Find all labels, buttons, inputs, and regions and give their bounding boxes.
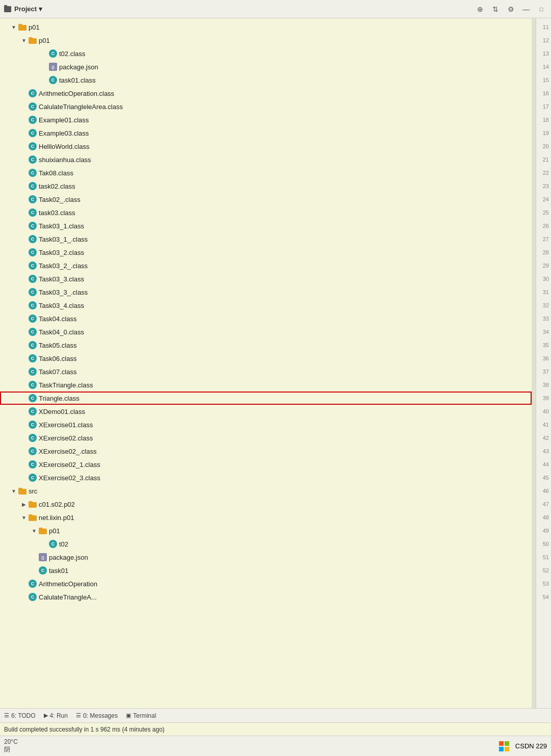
status-tab-run[interactable]: ▶4: Run [44,712,68,719]
tree-item-ArithmeticOperation[interactable]: CArithmeticOperation.class [0,87,532,100]
sort-icon-btn[interactable]: ⇅ [490,4,501,15]
folder-icon-c01s02p02 [29,501,37,508]
tree-item-Task02_[interactable]: CTask02_.class [0,193,532,206]
item-label-Triangle: Triangle.class [39,395,80,402]
tree-item-src[interactable]: src [0,484,532,498]
class-icon-task01-src: C [39,566,47,575]
line-num-38: 48 [536,511,551,524]
maximize-icon-btn[interactable]: □ [536,4,547,15]
tree-item-Triangle[interactable]: CTriangle.class [0,392,532,405]
tree-item-Task05[interactable]: CTask05.class [0,338,532,352]
tab-label-run: 4: Run [50,712,68,719]
tree-item-Task03_1_[interactable]: CTask03_1_.class [0,232,532,246]
toolbar-title: Project ▾ [4,5,42,13]
tree-item-Task03_3[interactable]: CTask03_3.class [0,272,532,285]
tree-item-XExercise02_3[interactable]: CXExercise02_3.class [0,471,532,484]
tree-item-c01s02p02[interactable]: c01.s02.p02 [0,498,532,511]
status-bar: ☰6: TODO▶4: Run☰0: Messages▣Terminal [0,708,551,722]
tree-item-CalulateTriangleleArea[interactable]: CCalulateTriangleleArea.class [0,100,532,113]
tree-item-shuixianhua[interactable]: Cshuixianhua.class [0,153,532,166]
tree-item-CalulateTriangle-src[interactable]: CCalulateTriangleA... [0,590,532,604]
tree-item-task01-class[interactable]: Ctask01.class [0,73,532,87]
arrow-p01-inner [20,37,28,44]
class-icon-Task03_2_: C [29,262,37,270]
minimize-icon-btn[interactable]: — [520,4,532,15]
line-num-11: 21 [536,153,551,166]
tree-item-ArithmeticOperation-src[interactable]: CArithmeticOperation [0,577,532,590]
item-label-Task03_3: Task03_3.class [39,275,84,283]
json-icon-package-json: {} [49,63,57,71]
item-label-XExercise02_1: XExercise02_1.class [39,461,100,468]
tree-item-Task03_2_[interactable]: CTask03_2_.class [0,259,532,272]
tree-item-XExercise02[interactable]: CXExercise02.class [0,431,532,445]
class-icon-Task03_3: C [29,275,37,283]
line-num-28: 38 [536,378,551,392]
item-label-src: src [29,487,37,495]
windows-icon[interactable] [497,739,511,753]
item-label-Task02_: Task02_.class [39,196,81,203]
tree-item-package-json-src[interactable]: {}package.json [0,551,532,564]
tree-item-XDemo01[interactable]: CXDemo01.class [0,405,532,418]
arrow-c01s02p02 [20,501,28,508]
class-icon-TaskTriangle: C [29,381,37,389]
svg-rect-1 [4,5,7,7]
folder-icon-p01-root [18,24,27,31]
file-tree[interactable]: p01p01Ct02.class{}package.jsonCtask01.cl… [0,18,532,708]
class-icon-XExercise02_1: C [29,460,37,468]
tree-item-t02-src[interactable]: Ct02 [0,537,532,551]
tree-item-task01-src[interactable]: Ctask01 [0,564,532,577]
class-icon-Task04: C [29,315,37,323]
line-num-44: 54 [536,590,551,604]
tree-item-package-json[interactable]: {}package.json [0,60,532,73]
tree-item-task03[interactable]: Ctask03.class [0,206,532,219]
tree-item-Example01[interactable]: CExample01.class [0,113,532,126]
item-label-Task05: Task05.class [39,342,76,349]
item-label-Task03_1: Task03_1.class [39,222,84,230]
tree-item-Task03_1[interactable]: CTask03_1.class [0,219,532,232]
line-num-37: 47 [536,498,551,511]
status-tab-todo[interactable]: ☰6: TODO [4,712,36,719]
main-content: p01p01Ct02.class{}package.jsonCtask01.cl… [0,18,551,708]
tree-item-XExercise02_1[interactable]: CXExercise02_1.class [0,458,532,471]
tree-item-task02[interactable]: Ctask02.class [0,179,532,193]
tree-item-Task07[interactable]: CTask07.class [0,365,532,378]
tree-item-Tak08[interactable]: CTak08.class [0,166,532,179]
folder-icon-p01-src [39,528,47,534]
tree-item-HellloWorld[interactable]: CHellloWorld.class [0,140,532,153]
class-icon-Task04_0: C [29,328,37,336]
tree-item-Example03[interactable]: CExample03.class [0,126,532,140]
system-tray-text: CSDN 229 [515,742,547,750]
status-tab-messages[interactable]: ☰0: Messages [76,712,118,719]
scrollbar[interactable] [532,18,536,708]
tree-item-Task04[interactable]: CTask04.class [0,312,532,325]
tree-item-Task03_4[interactable]: CTask03_4.class [0,299,532,312]
item-label-task01-src: task01 [49,567,68,575]
item-label-Task06: Task06.class [39,355,76,362]
status-tab-terminal[interactable]: ▣Terminal [126,712,156,719]
settings-icon-btn[interactable]: ⚙ [505,4,516,15]
line-num-42: 52 [536,564,551,577]
tree-item-t02-class[interactable]: Ct02.class [0,47,532,60]
item-label-t02-class: t02.class [59,50,85,58]
toolbar-dropdown-icon[interactable]: ▾ [39,5,42,13]
item-label-t02-src: t02 [59,540,68,548]
class-icon-XExercise02_: C [29,447,37,455]
tree-item-Task04_0[interactable]: CTask04_0.class [0,325,532,338]
tree-item-XExercise02_[interactable]: CXExercise02_.class [0,445,532,458]
tab-icon-run: ▶ [44,712,48,719]
globe-icon-btn[interactable]: ⊕ [475,4,486,15]
line-num-18: 28 [536,246,551,259]
class-icon-Triangle: C [29,394,37,402]
tree-item-XExercise01[interactable]: CXExercise01.class [0,418,532,431]
tree-item-p01-src[interactable]: p01 [0,524,532,537]
tree-item-TaskTriangle[interactable]: CTaskTriangle.class [0,378,532,392]
tree-item-Task03_2[interactable]: CTask03_2.class [0,246,532,259]
tree-item-Task06[interactable]: CTask06.class [0,352,532,365]
class-icon-Task07: C [29,368,37,376]
class-icon-Task06: C [29,354,37,362]
tree-item-Task03_3_[interactable]: CTask03_3_.class [0,285,532,299]
tree-item-p01-root[interactable]: p01 [0,20,532,34]
item-label-task01-class: task01.class [59,76,96,84]
tree-item-netlixinp01[interactable]: net.lixin.p01 [0,511,532,524]
tree-item-p01-inner[interactable]: p01 [0,34,532,47]
